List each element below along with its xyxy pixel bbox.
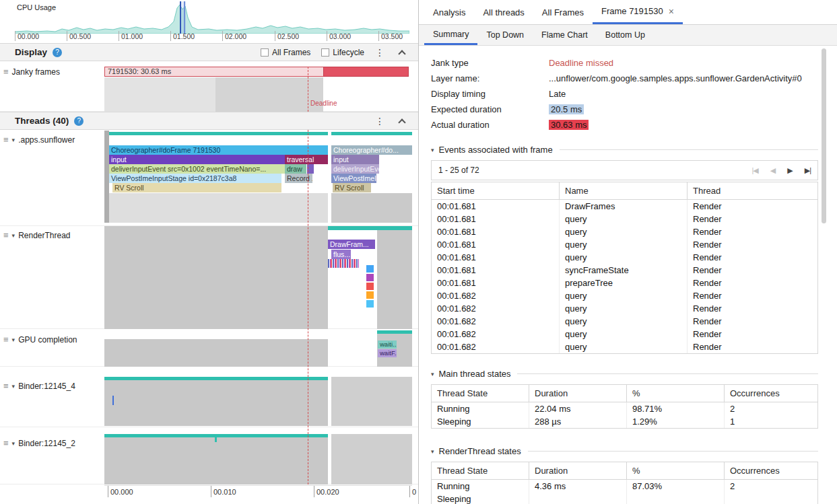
events-row[interactable]: 00:01.682queryRender bbox=[432, 302, 817, 315]
states-row[interactable]: Running22.04 ms98.71%2 bbox=[432, 402, 817, 415]
event-wait[interactable]: waiti... bbox=[378, 340, 397, 349]
expand-triangle-icon[interactable]: ▾ bbox=[12, 232, 15, 239]
event-traversal[interactable]: traversal bbox=[285, 155, 328, 164]
column-header-thread-state[interactable]: Thread State bbox=[432, 462, 529, 479]
cpu-usage-track[interactable]: CPU Usage 00.000 00.500 01.000 01.500 02… bbox=[0, 0, 418, 42]
tab-bottom-up[interactable]: Bottom Up bbox=[597, 25, 654, 45]
states-row[interactable]: Sleeping bbox=[432, 493, 817, 504]
states-row[interactable]: Sleeping288 µs1.29%1 bbox=[432, 415, 817, 428]
drag-handle-icon[interactable]: ≡ bbox=[3, 230, 9, 240]
drag-handle-icon[interactable]: ≡ bbox=[3, 438, 9, 448]
column-header-start-time[interactable]: Start time bbox=[432, 182, 560, 199]
tab-summary[interactable]: Summary bbox=[424, 25, 477, 45]
drag-handle-icon[interactable]: ≡ bbox=[3, 67, 9, 77]
vertical-scrollbar[interactable] bbox=[822, 48, 826, 223]
janky-frame-overrun-bar[interactable] bbox=[323, 67, 409, 77]
tab-top-down[interactable]: Top Down bbox=[477, 25, 533, 45]
events-row[interactable]: 00:01.681queryRender bbox=[432, 238, 817, 251]
event-viewpostime-input-stage[interactable]: ViewPostImeInputStage id=0x2187c3a8 bbox=[109, 174, 281, 183]
event-tick[interactable] bbox=[215, 434, 217, 442]
event-choreographer-doframe[interactable]: Choreographer#doFrame 7191530 bbox=[109, 145, 328, 155]
expand-triangle-icon[interactable]: ▾ bbox=[12, 383, 15, 390]
tab-all-frames[interactable]: All Frames bbox=[533, 0, 593, 24]
event-rv-scroll-next[interactable]: RV Scroll bbox=[333, 183, 371, 192]
collapse-triangle-icon[interactable]: ▾ bbox=[431, 448, 434, 455]
events-row[interactable]: 00:01.681queryRender bbox=[432, 213, 817, 225]
event-small-bar[interactable] bbox=[366, 283, 374, 290]
expand-triangle-icon[interactable]: ▾ bbox=[12, 440, 15, 447]
states-row[interactable]: Running4.36 ms87.03%2 bbox=[432, 480, 817, 493]
tab-all-threads[interactable]: All threads bbox=[474, 0, 533, 24]
events-row[interactable]: 00:01.681prepareTreeRender bbox=[432, 277, 817, 289]
event-drawframes[interactable]: DrawFram... bbox=[328, 240, 375, 249]
column-header-thread-state[interactable]: Thread State bbox=[432, 385, 529, 402]
events-row[interactable]: 00:01.682queryRender bbox=[432, 315, 817, 328]
drag-handle-icon[interactable]: ≡ bbox=[3, 334, 9, 345]
event-deliver-input-event-next[interactable]: deliverInputEven... bbox=[331, 164, 379, 174]
drag-handle-icon[interactable]: ≡ bbox=[3, 381, 9, 391]
tab-frame-7191530[interactable]: Frame 7191530 × bbox=[593, 0, 683, 24]
events-section-header[interactable]: ▾ Events associated with frame bbox=[431, 145, 818, 155]
column-header-percent[interactable]: % bbox=[627, 385, 725, 402]
expand-triangle-icon[interactable]: ▾ bbox=[12, 137, 15, 143]
column-header-percent[interactable]: % bbox=[627, 462, 725, 479]
events-row[interactable]: 00:01.682queryRender bbox=[432, 328, 817, 340]
more-options-icon[interactable]: ⋮ bbox=[375, 116, 380, 127]
thread-timeline bbox=[104, 434, 412, 484]
last-page-icon[interactable]: ▶| bbox=[805, 166, 811, 175]
close-icon[interactable]: × bbox=[669, 6, 674, 17]
events-row[interactable]: 00:01.682queryRender bbox=[432, 340, 817, 353]
event-small-bar[interactable] bbox=[366, 265, 374, 273]
event-flush[interactable]: flus... bbox=[331, 250, 351, 259]
event-rv-scroll[interactable]: RV Scroll bbox=[112, 183, 281, 192]
help-icon[interactable]: ? bbox=[53, 48, 62, 57]
selection-end-line[interactable] bbox=[184, 1, 185, 34]
janky-frame-bar[interactable]: 7191530: 30.63 ms bbox=[104, 67, 324, 77]
event-input-next[interactable]: input bbox=[331, 155, 379, 164]
expand-triangle-icon[interactable]: ▾ bbox=[12, 336, 15, 343]
events-row[interactable]: 00:01.681queryRender bbox=[432, 225, 817, 238]
help-icon[interactable]: ? bbox=[74, 116, 83, 126]
event-choreographer-doframe-next[interactable]: Choreographer#do... bbox=[331, 145, 412, 155]
first-page-icon[interactable]: |◀ bbox=[751, 166, 758, 175]
column-header-occurrences[interactable]: Occurrences bbox=[725, 385, 817, 402]
axis-tick: 0 bbox=[409, 486, 416, 497]
all-frames-checkbox[interactable]: All Frames bbox=[261, 48, 310, 57]
events-row[interactable]: 00:01.682queryRender bbox=[432, 289, 817, 302]
collapse-chevron-icon[interactable] bbox=[398, 50, 405, 57]
checkbox-icon[interactable] bbox=[321, 48, 329, 57]
event-small-bar[interactable] bbox=[366, 300, 374, 308]
event-small-bar[interactable] bbox=[366, 274, 374, 281]
events-row[interactable]: 00:01.681DrawFramesRender bbox=[432, 200, 817, 213]
event-deliver-input-event[interactable]: deliverInputEvent src=0x1002 eventTimeNa… bbox=[109, 164, 285, 174]
event-input[interactable]: input bbox=[109, 155, 285, 164]
event-dense-slices[interactable] bbox=[328, 259, 359, 268]
tab-flame-chart[interactable]: Flame Chart bbox=[533, 25, 597, 45]
collapse-triangle-icon[interactable]: ▾ bbox=[431, 147, 434, 153]
lifecycle-checkbox[interactable]: Lifecycle bbox=[321, 48, 364, 57]
event-small-bar[interactable] bbox=[366, 291, 374, 299]
collapse-triangle-icon[interactable]: ▾ bbox=[431, 371, 434, 377]
drag-handle-icon[interactable]: ≡ bbox=[3, 135, 9, 145]
collapse-chevron-icon[interactable] bbox=[398, 118, 405, 126]
previous-page-icon[interactable]: ◀ bbox=[770, 166, 775, 175]
renderthread-states-section-header[interactable]: ▾ RenderThread states bbox=[431, 446, 818, 456]
event-viewpostime-next[interactable]: ViewPostImeInp... bbox=[331, 174, 376, 183]
event-draw[interactable]: draw bbox=[285, 164, 306, 174]
main-thread-states-section-header[interactable]: ▾ Main thread states bbox=[431, 369, 818, 379]
column-header-thread[interactable]: Thread bbox=[688, 182, 817, 199]
cpu-usage-chart[interactable] bbox=[15, 3, 409, 34]
column-header-duration[interactable]: Duration bbox=[529, 385, 627, 402]
column-header-name[interactable]: Name bbox=[560, 182, 688, 199]
event-tick[interactable] bbox=[112, 396, 114, 405]
next-page-icon[interactable]: ▶ bbox=[787, 166, 792, 175]
tab-analysis[interactable]: Analysis bbox=[424, 0, 474, 24]
column-header-occurrences[interactable]: Occurrences bbox=[725, 462, 817, 479]
event-wait-fence[interactable]: waitF... bbox=[378, 349, 397, 357]
column-header-duration[interactable]: Duration bbox=[529, 462, 627, 479]
more-options-icon[interactable]: ⋮ bbox=[375, 47, 380, 58]
checkbox-icon[interactable] bbox=[261, 48, 269, 57]
events-row[interactable]: 00:01.681queryRender bbox=[432, 251, 817, 264]
events-row[interactable]: 00:01.681syncFrameStateRender bbox=[432, 264, 817, 277]
selection-start-line[interactable] bbox=[180, 1, 181, 34]
